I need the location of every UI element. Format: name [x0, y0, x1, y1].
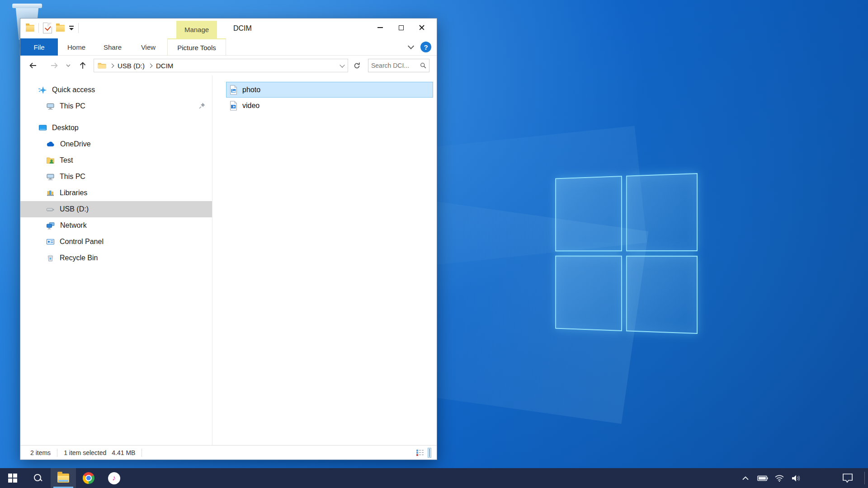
address-bar[interactable]: USB (D:) DCIM	[94, 59, 348, 72]
wifi-icon	[774, 474, 784, 482]
start-button[interactable]	[0, 468, 25, 488]
address-dropdown-chevron-icon[interactable]	[340, 62, 344, 67]
taskbar: ♪	[0, 468, 868, 488]
details-view-button[interactable]	[416, 449, 424, 457]
expand-ribbon-chevron-icon[interactable]	[408, 43, 414, 49]
sidebar-item-desktop[interactable]: Desktop	[20, 120, 212, 136]
search-icon[interactable]	[420, 62, 426, 69]
tab-file[interactable]: File	[20, 38, 58, 56]
search-box[interactable]	[368, 59, 429, 72]
large-icons-view-button[interactable]	[428, 448, 431, 458]
action-center-button[interactable]	[841, 468, 854, 488]
sidebar-item-quick-access[interactable]: Quick access	[20, 82, 212, 98]
title-bar[interactable]: Manage DCIM	[20, 19, 437, 38]
thumbnail-icon	[429, 449, 430, 457]
sidebar-label: Desktop	[52, 124, 79, 132]
properties-check-icon[interactable]	[43, 23, 52, 33]
file-list: photo video	[212, 75, 437, 446]
ribbon-right-controls: ?	[409, 38, 431, 56]
recycle-bin-icon	[12, 4, 42, 8]
monitor-icon	[46, 102, 55, 110]
selection-size: 4.41 MB	[112, 449, 135, 456]
refresh-button[interactable]	[350, 59, 363, 72]
windows-logo-pane	[555, 256, 622, 331]
sidebar-label: Network	[60, 221, 87, 230]
sidebar-item-onedrive[interactable]: OneDrive	[20, 136, 212, 152]
hidden-icons-button[interactable]	[739, 468, 752, 488]
search-input[interactable]	[371, 62, 420, 69]
tab-view[interactable]: View	[130, 38, 166, 56]
navigation-bar: USB (D:) DCIM	[20, 56, 437, 75]
sidebar-item-libraries[interactable]: Libraries	[20, 185, 212, 201]
windows-logo-wallpaper	[555, 173, 698, 334]
sidebar-label: Control Panel	[60, 238, 104, 246]
tab-picture-tools[interactable]: Picture Tools	[167, 38, 226, 56]
breadcrumb-separator-icon	[148, 63, 153, 68]
search-icon	[33, 474, 42, 483]
pin-icon	[198, 102, 206, 109]
recycle-bin-icon	[46, 254, 55, 262]
volume-tray-button[interactable]	[789, 468, 803, 488]
separator	[57, 449, 57, 457]
forward-arrow-icon	[50, 61, 59, 70]
sidebar-item-recycle-bin[interactable]: Recycle Bin	[20, 250, 212, 266]
new-folder-icon[interactable]	[56, 25, 65, 32]
sidebar-item-this-pc-pinned[interactable]: This PC	[20, 98, 212, 114]
folder-icon[interactable]	[26, 25, 34, 32]
file-row-photo[interactable]: photo	[226, 82, 433, 98]
help-button[interactable]: ?	[420, 42, 431, 52]
breadcrumb-dcim[interactable]: DCIM	[156, 62, 173, 70]
breadcrumb-usb[interactable]: USB (D:)	[118, 62, 145, 70]
wifi-tray-button[interactable]	[773, 468, 786, 488]
window-body: Quick access This PC	[20, 75, 437, 446]
window-controls	[370, 19, 432, 36]
breadcrumb-separator-icon	[110, 63, 114, 68]
maximize-button[interactable]	[391, 19, 411, 36]
sidebar-label: USB (D:)	[60, 205, 89, 213]
user-folder-icon	[46, 156, 55, 164]
desktop-icon	[38, 124, 47, 132]
customize-chevron-icon[interactable]	[69, 25, 74, 31]
recent-locations-button[interactable]	[64, 57, 73, 74]
sidebar-label: Libraries	[60, 189, 87, 197]
window-title: DCIM	[233, 24, 252, 33]
sidebar-label: OneDrive	[60, 140, 91, 148]
windows-start-icon	[8, 474, 17, 483]
sidebar-item-control-panel[interactable]: Control Panel	[20, 234, 212, 250]
minimize-button[interactable]	[370, 19, 391, 36]
tab-home[interactable]: Home	[58, 38, 95, 56]
back-button[interactable]	[25, 57, 41, 74]
taskbar-file-explorer-button[interactable]	[51, 468, 76, 488]
manage-contextual-tab[interactable]: Manage	[176, 21, 217, 38]
quick-access-star-icon	[38, 86, 47, 94]
video-file-icon	[229, 101, 238, 111]
forward-button[interactable]	[46, 57, 62, 74]
battery-tray-button[interactable]	[756, 468, 769, 488]
sidebar-item-network[interactable]: Network	[20, 217, 212, 234]
control-panel-icon	[46, 238, 55, 246]
volume-icon	[791, 474, 801, 482]
sidebar-label: Test	[60, 156, 73, 164]
close-button[interactable]	[411, 19, 432, 36]
battery-icon	[757, 475, 768, 481]
separator	[38, 23, 39, 33]
ribbon-tabs: File Home Share View Picture Tools ?	[20, 38, 437, 56]
minimize-icon	[377, 27, 383, 28]
windows-logo-pane	[626, 173, 698, 251]
file-row-video[interactable]: video	[226, 98, 433, 113]
sidebar-item-this-pc[interactable]: This PC	[20, 169, 212, 185]
quick-access-toolbar	[26, 23, 79, 33]
taskbar-search-button[interactable]	[25, 468, 51, 488]
show-desktop-button[interactable]	[864, 472, 865, 484]
sidebar-item-usb-drive[interactable]: USB (D:)	[20, 201, 212, 217]
sidebar-label: Quick access	[52, 86, 95, 94]
monitor-icon	[46, 173, 55, 181]
screen: Recy Manage DCIM File Home	[0, 0, 868, 488]
taskbar-chrome-button[interactable]	[76, 468, 101, 488]
tab-share[interactable]: Share	[95, 38, 130, 56]
taskbar-itunes-button[interactable]: ♪	[101, 468, 127, 488]
navigation-pane: Quick access This PC	[20, 75, 212, 446]
sidebar-item-test[interactable]: Test	[20, 152, 212, 169]
up-arrow-icon	[78, 61, 87, 70]
up-button[interactable]	[75, 57, 91, 74]
